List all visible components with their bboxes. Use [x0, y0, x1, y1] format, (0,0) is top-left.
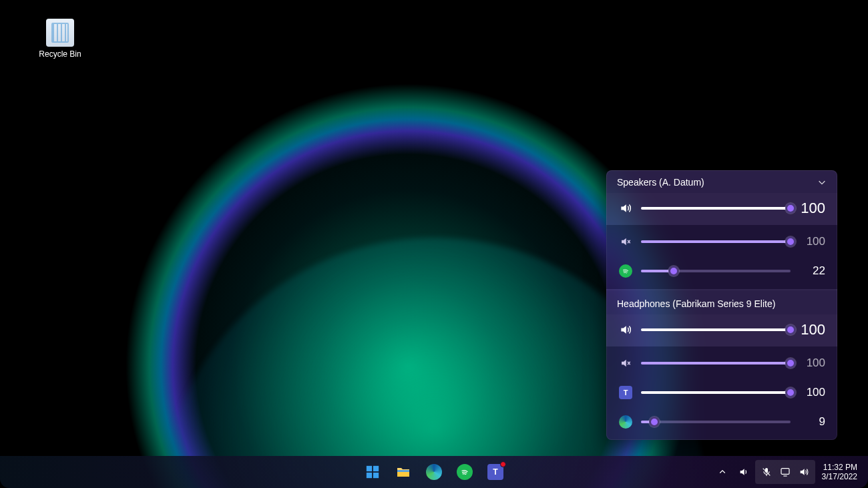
edge-icon[interactable] [618, 415, 633, 429]
audio-device-name: Speakers (A. Datum) [617, 177, 704, 188]
audio-device-name: Headphones (Fabrikam Series 9 Elite) [617, 298, 775, 309]
app-volume-row: 9 [606, 408, 837, 437]
speaker-icon[interactable] [618, 201, 633, 216]
volume-mixer-flyout: Speakers (A. Datum) 100 100 [606, 170, 837, 440]
svg-rect-2 [367, 473, 372, 478]
svg-rect-1 [373, 466, 379, 471]
clock-date: 3/17/2022 [822, 472, 857, 481]
app-volume-value: 100 [799, 235, 825, 248]
tray-speaker-button[interactable] [734, 459, 754, 485]
teams-icon[interactable]: T [618, 385, 633, 400]
audio-device-header[interactable]: Headphones (Fabrikam Series 9 Elite) [606, 290, 837, 314]
recycle-bin-label: Recycle Bin [39, 49, 81, 59]
master-volume-value: 100 [799, 321, 825, 338]
master-volume-slider[interactable] [641, 202, 791, 215]
speaker-icon[interactable] [618, 322, 633, 337]
app-volume-row: 22 [606, 257, 837, 286]
start-button[interactable] [359, 459, 386, 485]
taskbar: T 11:32 PM 3/17/2022 [0, 456, 868, 488]
app-volume-slider[interactable] [641, 264, 791, 278]
device-master-volume-row: 100 [606, 314, 837, 346]
svg-rect-7 [781, 469, 789, 475]
chevron-down-icon[interactable] [817, 178, 827, 187]
cast-icon[interactable] [777, 459, 794, 485]
app-volume-row: 100 [606, 349, 837, 379]
app-volume-row: 100 [606, 228, 837, 257]
device-master-volume-row: 100 [606, 193, 837, 225]
clock-time: 11:32 PM [822, 463, 857, 472]
tray-overflow-button[interactable] [712, 459, 732, 485]
taskbar-pinned-apps: T [359, 459, 509, 485]
taskbar-clock[interactable]: 11:32 PM 3/17/2022 [817, 463, 861, 481]
recycle-bin-icon [46, 19, 74, 47]
teams-button[interactable]: T [482, 459, 509, 485]
app-volume-slider[interactable] [641, 386, 791, 399]
tray-quick-settings-group[interactable] [755, 460, 815, 484]
audio-device-header[interactable]: Speakers (A. Datum) [606, 170, 837, 193]
app-volume-value: 100 [799, 386, 825, 399]
spotify-icon[interactable] [618, 264, 633, 278]
edge-button[interactable] [421, 459, 447, 485]
speaker-muted-icon[interactable] [618, 234, 633, 249]
system-tray: 11:32 PM 3/17/2022 [712, 459, 861, 485]
app-volume-slider[interactable] [641, 356, 791, 370]
svg-rect-3 [373, 473, 379, 478]
recycle-bin-desktop-icon[interactable]: Recycle Bin [37, 19, 83, 59]
master-volume-slider[interactable] [641, 323, 791, 336]
file-explorer-button[interactable] [390, 459, 417, 485]
volume-icon[interactable] [795, 459, 813, 485]
speaker-muted-icon[interactable] [618, 356, 633, 371]
svg-rect-0 [367, 466, 372, 471]
app-volume-value: 100 [799, 356, 825, 370]
app-volume-row: T 100 [606, 379, 837, 408]
app-volume-slider[interactable] [641, 235, 791, 248]
app-volume-slider[interactable] [641, 415, 791, 429]
spotify-button[interactable] [451, 459, 478, 485]
app-volume-value: 22 [799, 264, 825, 278]
mic-muted-icon[interactable] [758, 459, 775, 485]
app-volume-value: 9 [799, 415, 825, 429]
master-volume-value: 100 [799, 200, 825, 217]
notification-badge-icon [500, 461, 506, 467]
svg-rect-5 [397, 470, 409, 472]
